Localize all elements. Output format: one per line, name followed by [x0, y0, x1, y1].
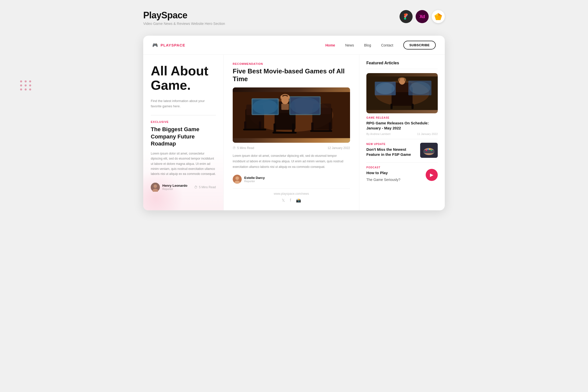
featured-read-time-label: 5 Mins Read — [237, 146, 254, 150]
navigation: 🎮 PLAYSPACE Home News Blog Contact SUBSC… — [143, 36, 445, 55]
hero-headline: All About Game. — [151, 64, 216, 92]
svg-rect-20 — [281, 104, 289, 110]
svg-rect-23 — [311, 123, 314, 131]
svg-rect-25 — [310, 130, 332, 132]
featured-date: 12 January 2022 — [328, 146, 350, 150]
nav-brand-label: PLAYSPACE — [161, 43, 185, 47]
svg-point-30 — [253, 100, 278, 114]
sidebar-article-title-2: Don't Miss the Newest Feature in the FSP… — [366, 147, 417, 157]
featured-footer: www.playspace.com/news 𝕏 f 📸 — [233, 188, 350, 203]
svg-point-6 — [153, 189, 158, 192]
podcast-title: How to Play — [366, 170, 400, 175]
svg-rect-18 — [272, 132, 297, 134]
gamepad-icon: 🎮 — [152, 42, 158, 48]
svg-rect-13 — [243, 129, 266, 131]
figma-icon — [400, 10, 413, 23]
featured-body: Lorem ipsum dolor sit amet, consectetur … — [233, 153, 350, 170]
facebook-icon[interactable]: f — [290, 198, 291, 203]
nav-link-news[interactable]: News — [345, 43, 354, 47]
hero-read-time: ⏱ 5 Mins Read — [194, 185, 216, 189]
sidebar-article-title-1: RPG Game Releases On Schedule: January -… — [366, 121, 438, 130]
nav-link-home[interactable]: Home — [325, 43, 335, 47]
hero-author-info: Henry Leonardo Reporter — [151, 183, 187, 192]
sidebar-podcast: PODCAST How to Play The Game Seriously? … — [366, 166, 438, 184]
featured-image — [233, 87, 350, 143]
podcast-content: PODCAST How to Play The Game Seriously? — [366, 166, 400, 184]
nav-brand: 🎮 PLAYSPACE — [152, 42, 185, 48]
svg-rect-24 — [329, 123, 331, 131]
featured-read-time: ⏱ 5 Mins Read — [233, 146, 254, 150]
svg-rect-52 — [423, 150, 434, 153]
sidebar-tag-1: GAME RELEASE — [366, 116, 438, 119]
svg-point-47 — [409, 82, 430, 94]
podcast-tag: PODCAST — [366, 166, 400, 169]
svg-point-46 — [376, 82, 395, 94]
exclusive-label: EXCLUSIVE — [151, 120, 216, 123]
svg-rect-43 — [404, 79, 406, 81]
hero-divider — [151, 115, 216, 115]
page-header: PlaySpace Video Game News & Reviews Webs… — [143, 10, 445, 26]
featured-author-details: Estelle Darcy Reporter — [244, 176, 265, 183]
main-card: 🎮 PLAYSPACE Home News Blog Contact SUBSC… — [143, 36, 445, 210]
featured-articles-title: Featured Articles — [366, 61, 438, 65]
sidebar-article-1: GAME RELEASE RPG Game Releases On Schedu… — [366, 73, 438, 139]
sidebar-meta-1: By Andrew Lambert 11 January 2022 — [366, 132, 438, 139]
content-area: All About Game. Find the latest informat… — [143, 55, 445, 210]
svg-rect-33 — [287, 96, 289, 99]
nav-link-blog[interactable]: Blog — [364, 43, 371, 47]
sidebar-thumb-2 — [420, 143, 438, 158]
page-subtitle: Video Game News & Reviews Website Hero S… — [143, 22, 225, 26]
svg-rect-17 — [292, 124, 295, 133]
svg-rect-12 — [259, 121, 261, 130]
svg-point-56 — [429, 149, 430, 150]
hero-author-details: Henry Leonardo Reporter — [162, 184, 187, 190]
instagram-icon[interactable]: 📸 — [296, 198, 301, 203]
svg-point-54 — [427, 149, 429, 150]
svg-point-4 — [151, 183, 160, 192]
tool-icons-group: Xd — [400, 10, 445, 23]
featured-author-avatar — [233, 175, 242, 184]
featured-url: www.playspace.com/news — [233, 192, 350, 195]
hero-author-avatar — [151, 183, 160, 192]
svg-rect-16 — [274, 124, 276, 133]
hero-description: Find the latest information about your f… — [151, 99, 211, 109]
nav-link-contact[interactable]: Contact — [381, 43, 393, 47]
svg-rect-32 — [280, 96, 282, 99]
sidebar-article-2: NEW UPDATE Don't Miss the Newest Feature… — [366, 143, 438, 163]
hero-author-name: Henry Leonardo — [162, 184, 187, 187]
sidebar-featured-image — [366, 73, 438, 113]
svg-rect-42 — [398, 79, 400, 81]
featured-author-name: Estelle Darcy — [244, 176, 265, 180]
brand-section: PlaySpace Video Game News & Reviews Webs… — [143, 10, 225, 26]
svg-point-31 — [290, 97, 320, 114]
subscribe-button[interactable]: SUBSCRIBE — [403, 41, 436, 50]
podcast-subtitle: The Game Seriously? — [366, 177, 400, 182]
hero-article-title: The Biggest Game Company Future Roadmap — [151, 126, 216, 148]
featured-panel: RECOMMENDATION Five Best Movie-based Gam… — [224, 55, 359, 210]
svg-point-55 — [431, 150, 432, 151]
sidebar-date-1: 11 January 2022 — [417, 132, 438, 135]
featured-title: Five Best Movie-based Games of All Time — [233, 67, 350, 83]
svg-rect-48 — [390, 104, 393, 109]
decorative-dots — [20, 80, 32, 90]
twitter-icon[interactable]: 𝕏 — [282, 198, 285, 203]
svg-rect-11 — [244, 121, 246, 130]
sidebar-author-1: By Andrew Lambert — [366, 132, 390, 135]
featured-articles-divider — [366, 69, 438, 69]
podcast-play-button[interactable]: ▶ — [426, 169, 438, 181]
xd-icon: Xd — [416, 10, 429, 23]
hero-panel: All About Game. Find the latest informat… — [143, 55, 224, 210]
social-icons: 𝕏 f 📸 — [233, 198, 350, 203]
nav-links: Home News Blog Contact SUBSCRIBE — [325, 41, 436, 50]
featured-author-section: Estelle Darcy Reporter — [233, 175, 350, 188]
sidebar-panel: Featured Articles — [359, 55, 445, 210]
featured-author-role: Reporter — [244, 180, 265, 183]
sketch-icon — [432, 10, 445, 23]
hero-article-excerpt: Lorem ipsum dolor sit amet, consectetur … — [151, 151, 216, 177]
hero-read-time-label: 5 Mins Read — [199, 185, 216, 189]
svg-point-35 — [235, 176, 239, 180]
hero-author-row: Henry Leonardo Reporter ⏱ 5 Mins Read — [151, 183, 216, 192]
clock-icon: ⏱ — [194, 185, 198, 189]
sidebar-tag-2: NEW UPDATE — [366, 143, 417, 145]
page-title: PlaySpace — [143, 10, 225, 21]
